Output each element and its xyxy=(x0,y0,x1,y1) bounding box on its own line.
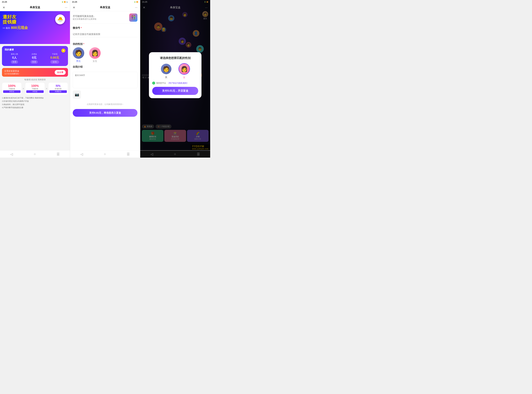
wechat-input[interactable] xyxy=(73,31,137,37)
modal-female-face: 👩 xyxy=(179,64,189,74)
info-header: 尽可能填写真实信息.. 提交后客服将进行认真审核 👫 xyxy=(70,11,140,24)
earn-label1-0: 下级好友 xyxy=(3,88,21,90)
stat-value-1: 0元 xyxy=(31,56,38,60)
nav-bar-2: ✕ 单身宝盒 ··· xyxy=(70,4,140,11)
stat-value-2: 0.00元 xyxy=(50,56,59,60)
more-info-hint[interactable]: 点我填写更多信息，让对象更好的找到你~ xyxy=(70,101,140,107)
camera-icon: 📷 xyxy=(75,93,79,97)
wechat-label: 微信号 * xyxy=(73,26,137,30)
modal-agree-row: ✓ 我同意平台 《用户协议与隐私规则》 xyxy=(152,82,198,84)
status-icons-2: 🔋 📶 xyxy=(134,1,138,3)
nav-back-icon-1[interactable]: ◁ xyxy=(10,152,13,156)
earn-label1-1: 下级好友 xyxy=(26,88,44,90)
gender-options: 🧑 男生 👩 女生 xyxy=(73,47,137,63)
wechat-required: * xyxy=(81,26,82,29)
nav-home-icon-3[interactable]: ○ xyxy=(174,152,176,156)
invite-stats: 邀请人数 0人 查看 总佣金 0元 查看 可提现 0.00元 提现 xyxy=(5,53,65,64)
status-bar-2: 21:25 🔋 📶 xyxy=(70,0,140,4)
stat-label-0: 邀请人数 xyxy=(11,53,18,55)
plus-icon-0: + xyxy=(23,87,24,90)
status-time-1: 21:25 xyxy=(2,1,7,3)
female-avatar: 👩 xyxy=(89,47,101,59)
agree-check-icon[interactable]: ✓ xyxy=(152,82,155,84)
close-icon-2[interactable]: ✕ xyxy=(73,6,75,9)
stat-action-2[interactable]: 提现 xyxy=(50,60,59,64)
more-icon-2[interactable]: ··· xyxy=(135,6,137,9)
nav-menu-icon-3[interactable]: ☰ xyxy=(197,152,200,156)
bottom-nav-1: ◁ ○ ☰ xyxy=(0,150,70,158)
earn-label2-2: 内测阶段 xyxy=(49,90,67,93)
nav-menu-icon-2[interactable]: ☰ xyxy=(127,152,130,156)
bio-section: 自我介绍 📷 xyxy=(70,65,140,101)
p2-submit-button[interactable]: 支付0.01元，将信息存入盲盒 xyxy=(73,109,137,117)
modal-female-label: 女 xyxy=(183,76,185,79)
gender-label: 你的性别 * xyxy=(73,42,137,46)
stat-withdrawable: 可提现 0.00元 提现 xyxy=(50,53,59,64)
bio-label: 自我介绍 xyxy=(73,65,137,68)
earn-label2-1: 存盲盒 xyxy=(26,90,44,93)
nav-home-icon-2[interactable]: ○ xyxy=(104,152,106,156)
earn-card-1: 100% 下级好友 存盲盒 xyxy=(25,83,45,95)
nav-home-icon-1[interactable]: ○ xyxy=(34,152,36,156)
modal-female-option[interactable]: 👩 女 xyxy=(178,63,190,79)
more-icon-1[interactable]: ··· xyxy=(65,6,67,9)
info-header-title: 尽可能填写真实信息.. xyxy=(73,15,96,18)
nav-back-icon-2[interactable]: ◁ xyxy=(80,152,83,156)
gender-female-option[interactable]: 👩 女生 xyxy=(89,47,101,63)
earn-pct-2: N% xyxy=(49,84,67,88)
modal-overlay: 请选择您想要匹配的性别 🧑 男 👩 xyxy=(140,0,210,150)
stat-action-1[interactable]: 查看 xyxy=(31,60,38,64)
banner: 邀好友 提钱赚 >> 最高 800元现金 🐣 xyxy=(0,11,70,44)
modal-female-emoji: 👩 xyxy=(181,66,188,72)
invite-card-title: 我的邀请 xyxy=(5,48,14,51)
banner-subtitle: >> 最高 xyxy=(3,27,10,30)
modal-male-option[interactable]: 🧑 男 xyxy=(160,63,172,79)
modal-male-avatar: 🧑 xyxy=(160,63,172,75)
panel1-scroll: 邀好友 提钱赚 >> 最高 800元现金 🐣 我的邀请 ¥ 邀请人数 0人 xyxy=(0,11,70,150)
share-bar-text-area: 分享好友获赏金 当月老也能赚钱啦~ xyxy=(4,70,20,75)
panel2-scroll: 尽可能填写真实信息.. 提交后客服将进行认真审核 👫 微信号 * 你的性别 * xyxy=(70,11,140,150)
status-time-2: 21:25 xyxy=(72,1,77,3)
female-face-emoji: 👩 xyxy=(91,50,99,57)
modal-female-avatar: 👩 xyxy=(178,63,190,75)
agree-link[interactable]: 《用户协议与隐私规则》 xyxy=(167,82,189,84)
rule-0: 1.邀请好友成为自己的下级，下级消费后 我获得佣金 xyxy=(2,96,68,100)
nav-menu-icon-1[interactable]: ☰ xyxy=(57,152,60,156)
earn-card-2: N% 区域代理 内测阶段 xyxy=(48,83,68,95)
modal-card: 请选择您想要匹配的性别 🧑 男 👩 xyxy=(149,52,202,98)
close-icon-1[interactable]: ✕ xyxy=(3,6,5,9)
rule-3: 4.严禁作弊手段刷虚拟注册 xyxy=(2,106,68,109)
male-avatar: 🧑 xyxy=(73,47,84,59)
modal-male-emoji: 🧑 xyxy=(163,66,170,72)
upload-icon[interactable]: 📷 xyxy=(73,90,81,99)
earn-cards: 100% 下级好友 拆盲盒 + 100% 下级好友 存盲盒 + N% 区域代理 … xyxy=(2,83,68,95)
earn-label2-0: 拆盲盒 xyxy=(3,90,21,93)
modal-pay-button[interactable]: 支付0.01元，开启盲盒 xyxy=(152,87,198,95)
wechat-form-section: 微信号 * xyxy=(70,24,140,42)
signal-icon-2: 📶 xyxy=(136,1,138,3)
female-label: 女生 xyxy=(93,60,97,63)
panel3-bg: 👨👩👦👧🧑👤👩👨👩👦👩👦🧔👱👩 🧑 阴天 脱单介绍 请选择您想要匹配的性别 xyxy=(140,0,210,150)
modal-male-label: 男 xyxy=(165,76,167,79)
share-button[interactable]: 去分享 xyxy=(55,70,66,75)
plus-icon-1: + xyxy=(46,87,47,90)
bio-textarea[interactable] xyxy=(73,72,137,88)
info-header-left: 尽可能填写真实信息.. 提交后客服将进行认真审核 xyxy=(73,15,96,21)
panel2: 21:25 🔋 📶 ✕ 单身宝盒 ··· 尽可能填写真实信息.. 提交后客服将进… xyxy=(70,0,140,158)
gender-section: 你的性别 * 🧑 男生 👩 女生 xyxy=(70,42,140,65)
invite-card: 我的邀请 ¥ 邀请人数 0人 查看 总佣金 0元 查看 可提现 0.00元 提现 xyxy=(2,46,68,66)
stat-value-0: 0人 xyxy=(11,56,18,60)
gender-male-option[interactable]: 🧑 男生 xyxy=(73,47,84,63)
agree-text: 我同意平台 xyxy=(156,82,166,84)
panel1: 21:25 🔋 📶 📡 ✕ 单身宝盒 ··· 邀好友 提钱赚 >> 最高 800… xyxy=(0,0,70,158)
stat-action-0[interactable]: 查看 xyxy=(11,60,18,64)
rules-section: 1.邀请好友成为自己的下级，下级消费后 我获得佣金 2.区域代理仅为部分内测用户… xyxy=(2,96,68,109)
bottom-nav-2: ◁ ○ ☰ xyxy=(70,150,140,158)
nav-back-icon-3[interactable]: ◁ xyxy=(151,152,153,156)
modal-title: 请选择您想要匹配的性别 xyxy=(152,56,198,60)
nav-title-1: 单身宝盒 xyxy=(30,6,40,9)
male-label: 男生 xyxy=(76,60,81,63)
banner-amount: 800元现金 xyxy=(11,25,28,30)
male-face-emoji: 🧑 xyxy=(75,50,82,57)
wifi-icon: 📡 xyxy=(66,1,68,3)
